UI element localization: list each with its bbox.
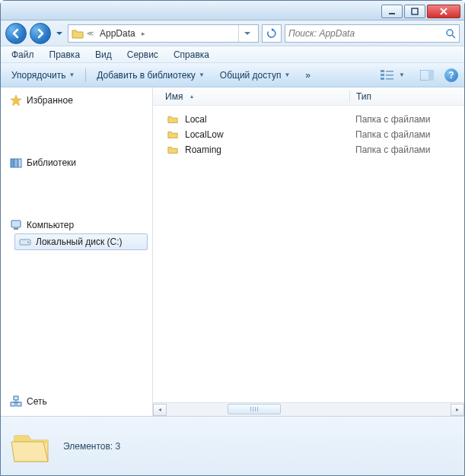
file-type: Папка с файлами — [355, 114, 458, 125]
preview-pane-button[interactable] — [416, 68, 438, 83]
svg-line-5 — [452, 35, 455, 38]
svg-rect-21 — [11, 402, 15, 406]
nav-history-dropdown[interactable] — [54, 26, 65, 41]
file-list: Local Папка с файлами LocalLow Папка с ф… — [153, 106, 464, 402]
column-type-label: Тип — [356, 91, 371, 102]
list-item[interactable]: Roaming Папка с файлами — [153, 142, 464, 157]
svg-rect-22 — [17, 402, 21, 406]
body: Избранное Библиотеки Компьютер — [1, 87, 464, 416]
menu-view[interactable]: Вид — [89, 48, 118, 62]
menu-help[interactable]: Справка — [167, 48, 215, 62]
organize-label: Упорядочить — [11, 70, 65, 81]
column-name-label: Имя — [165, 91, 183, 102]
sidebar: Избранное Библиотеки Компьютер — [1, 87, 153, 416]
nav-row: ≪ AppData ▸ — [1, 21, 464, 46]
menu-edit[interactable]: Правка — [43, 48, 87, 62]
svg-rect-10 — [386, 75, 393, 76]
scrollbar-thumb[interactable] — [228, 404, 281, 414]
chevron-left-icon: ≪ — [87, 30, 94, 37]
svg-point-4 — [447, 30, 453, 36]
file-type: Папка с файлами — [355, 144, 458, 155]
minimize-button[interactable] — [381, 5, 403, 18]
file-name: LocalLow — [180, 129, 355, 140]
breadcrumb-history-dropdown[interactable] — [238, 25, 255, 42]
file-name: Roaming — [180, 144, 355, 155]
svg-rect-13 — [428, 70, 434, 81]
svg-rect-17 — [11, 221, 21, 227]
horizontal-scrollbar[interactable]: ◂ ▸ — [153, 402, 464, 416]
sidebar-favorites-label: Избранное — [27, 95, 73, 106]
sidebar-libraries-label: Библиотеки — [27, 157, 76, 168]
close-button[interactable] — [427, 5, 460, 18]
search-icon — [445, 28, 456, 39]
search-box[interactable] — [285, 24, 460, 43]
explorer-window: ≪ AppData ▸ Файл Правка Вид Сервис Справ… — [0, 0, 465, 476]
content-area: Имя ▴ Тип Local Папка с файлами LocalLow — [153, 87, 464, 416]
chevron-down-icon: ▼ — [399, 71, 405, 78]
view-mode-button[interactable]: ▼ — [376, 67, 409, 84]
sidebar-local-disk-label: Локальный диск (C:) — [36, 236, 123, 247]
computer-icon — [10, 219, 22, 231]
sidebar-computer-label: Компьютер — [27, 220, 74, 230]
organize-button[interactable]: Упорядочить ▼ — [7, 68, 79, 83]
statusbar-text: Элементов: 3 — [63, 441, 120, 452]
add-library-label: Добавить в библиотеку — [97, 70, 196, 81]
add-to-library-button[interactable]: Добавить в библиотеку ▼ — [92, 68, 209, 83]
file-name: Local — [180, 114, 355, 125]
menubar: Файл Правка Вид Сервис Справка — [1, 46, 464, 63]
column-name[interactable]: Имя ▴ — [159, 91, 349, 102]
svg-rect-1 — [412, 8, 418, 14]
scroll-right-button[interactable]: ▸ — [451, 404, 464, 416]
svg-rect-7 — [381, 74, 384, 76]
sort-asc-icon: ▴ — [190, 93, 193, 100]
statusbar: Элементов: 3 — [1, 416, 464, 475]
menu-tools[interactable]: Сервис — [121, 48, 164, 62]
drive-icon — [19, 236, 31, 248]
file-type: Папка с файлами — [355, 129, 458, 140]
overflow-label: » — [305, 70, 311, 81]
folder-large-icon — [10, 425, 53, 468]
svg-rect-14 — [11, 159, 14, 167]
list-item[interactable]: Local Папка с файлами — [153, 112, 464, 127]
breadcrumb-segment[interactable]: AppData — [97, 28, 139, 39]
share-button[interactable]: Общий доступ ▼ — [215, 68, 295, 83]
share-label: Общий доступ — [220, 70, 282, 81]
maximize-button[interactable] — [404, 5, 425, 18]
svg-rect-11 — [386, 78, 393, 80]
svg-rect-9 — [386, 71, 393, 72]
sidebar-computer[interactable]: Компьютер — [5, 217, 148, 233]
search-input[interactable] — [288, 28, 445, 39]
breadcrumb[interactable]: ≪ AppData ▸ — [68, 24, 259, 43]
column-type[interactable]: Тип — [350, 91, 458, 102]
chevron-down-icon: ▼ — [199, 71, 205, 78]
menu-file[interactable]: Файл — [5, 48, 40, 62]
titlebar — [1, 1, 464, 21]
help-button[interactable]: ? — [444, 68, 458, 82]
network-icon — [10, 395, 22, 408]
folder-icon — [165, 144, 180, 155]
sidebar-favorites[interactable]: Избранное — [5, 92, 148, 109]
sidebar-network-label: Сеть — [27, 396, 47, 407]
sidebar-local-disk-c[interactable]: Локальный диск (C:) — [14, 233, 148, 250]
star-icon — [10, 94, 22, 106]
chevron-down-icon: ▼ — [284, 71, 290, 78]
svg-rect-15 — [14, 159, 18, 167]
toolbar-overflow-button[interactable]: » — [301, 68, 315, 83]
folder-icon — [165, 129, 180, 140]
svg-rect-8 — [381, 78, 384, 80]
svg-rect-18 — [14, 228, 18, 230]
sidebar-network[interactable]: Сеть — [5, 393, 148, 410]
refresh-button[interactable] — [262, 24, 282, 43]
chevron-right-icon: ▸ — [142, 30, 145, 37]
back-button[interactable] — [5, 23, 27, 44]
list-item[interactable]: LocalLow Папка с файлами — [153, 127, 464, 142]
svg-rect-6 — [381, 70, 384, 72]
scrollbar-track[interactable] — [167, 404, 451, 416]
svg-point-20 — [27, 242, 29, 243]
svg-rect-23 — [14, 396, 18, 400]
toolbar: Упорядочить ▼ Добавить в библиотеку ▼ Об… — [1, 63, 464, 87]
folder-icon — [72, 27, 84, 40]
forward-button[interactable] — [30, 23, 51, 44]
scroll-left-button[interactable]: ◂ — [153, 404, 167, 416]
sidebar-libraries[interactable]: Библиотеки — [5, 154, 148, 171]
